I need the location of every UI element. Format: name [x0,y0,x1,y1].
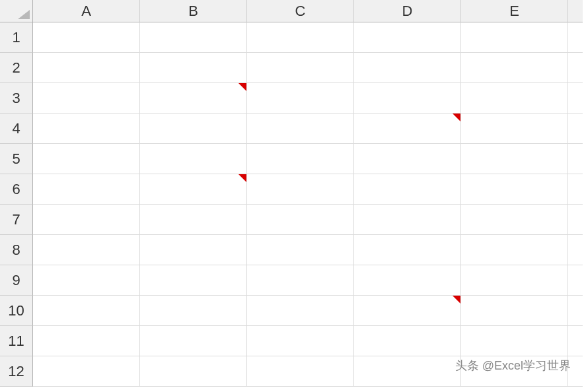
cell-partial-6 [568,174,583,205]
cell-c12[interactable] [247,356,354,387]
cell-c5[interactable] [247,144,354,174]
cell-a3[interactable] [33,83,140,114]
row-header-9[interactable]: 9 [0,265,33,296]
cell-d4[interactable] [354,114,461,144]
row-header-1[interactable]: 1 [0,22,33,53]
cell-partial-1 [568,22,583,53]
cell-a4[interactable] [33,114,140,144]
cell-d5[interactable] [354,144,461,174]
cell-c9[interactable] [247,265,354,296]
cell-c3[interactable] [247,83,354,114]
cell-e5[interactable] [461,144,568,174]
comment-indicator-icon[interactable] [453,296,460,304]
cell-c6[interactable] [247,174,354,205]
cell-b2[interactable] [140,53,247,83]
cell-d1[interactable] [354,22,461,53]
row-header-6[interactable]: 6 [0,174,33,205]
cell-partial-9 [568,265,583,296]
cell-partial-3 [568,83,583,114]
cell-a8[interactable] [33,235,140,265]
cell-b10[interactable] [140,296,247,326]
cell-b11[interactable] [140,326,247,356]
cell-e3[interactable] [461,83,568,114]
cell-c7[interactable] [247,205,354,235]
cell-b4[interactable] [140,114,247,144]
column-header-b[interactable]: B [140,0,247,22]
cell-partial-4 [568,114,583,144]
cell-d3[interactable] [354,83,461,114]
cell-c10[interactable] [247,296,354,326]
cell-a1[interactable] [33,22,140,53]
cell-a12[interactable] [33,356,140,387]
cell-d8[interactable] [354,235,461,265]
row-header-12[interactable]: 12 [0,356,33,387]
cell-d2[interactable] [354,53,461,83]
row-header-4[interactable]: 4 [0,114,33,144]
column-header-d[interactable]: D [354,0,461,22]
cell-d10[interactable] [354,296,461,326]
column-header-partial [568,0,583,22]
cell-b12[interactable] [140,356,247,387]
column-header-c[interactable]: C [247,0,354,22]
cell-b1[interactable] [140,22,247,53]
cell-d7[interactable] [354,205,461,235]
cell-c8[interactable] [247,235,354,265]
cell-d11[interactable] [354,326,461,356]
cell-e8[interactable] [461,235,568,265]
cell-e1[interactable] [461,22,568,53]
cell-b8[interactable] [140,235,247,265]
cell-partial-12 [568,356,583,387]
cell-partial-10 [568,296,583,326]
row-header-5[interactable]: 5 [0,144,33,174]
cell-b6[interactable] [140,174,247,205]
cell-d12[interactable] [354,356,461,387]
cell-a5[interactable] [33,144,140,174]
cell-e7[interactable] [461,205,568,235]
cell-a6[interactable] [33,174,140,205]
cell-c4[interactable] [247,114,354,144]
comment-indicator-icon[interactable] [453,114,460,121]
cell-e2[interactable] [461,53,568,83]
spreadsheet-grid: A B C D E 1 2 3 4 5 6 7 8 [0,0,584,387]
cell-b3[interactable] [140,83,247,114]
cell-a7[interactable] [33,205,140,235]
cell-partial-2 [568,53,583,83]
row-header-2[interactable]: 2 [0,53,33,83]
comment-indicator-icon[interactable] [238,174,246,182]
cell-a11[interactable] [33,326,140,356]
cell-partial-8 [568,235,583,265]
cell-e12[interactable] [461,356,568,387]
cell-e9[interactable] [461,265,568,296]
cell-e10[interactable] [461,296,568,326]
column-header-e[interactable]: E [461,0,568,22]
cell-b7[interactable] [140,205,247,235]
cell-c1[interactable] [247,22,354,53]
cell-partial-5 [568,144,583,174]
cell-c11[interactable] [247,326,354,356]
cell-partial-7 [568,205,583,235]
row-header-7[interactable]: 7 [0,205,33,235]
cell-b5[interactable] [140,144,247,174]
row-header-3[interactable]: 3 [0,83,33,114]
cell-d9[interactable] [354,265,461,296]
cell-c2[interactable] [247,53,354,83]
cell-partial-11 [568,326,583,356]
cell-a2[interactable] [33,53,140,83]
row-header-10[interactable]: 10 [0,296,33,326]
row-header-11[interactable]: 11 [0,326,33,356]
row-header-8[interactable]: 8 [0,235,33,265]
column-header-a[interactable]: A [33,0,140,22]
cell-d6[interactable] [354,174,461,205]
select-all-corner[interactable] [0,0,33,22]
cell-e11[interactable] [461,326,568,356]
cell-b9[interactable] [140,265,247,296]
cell-e6[interactable] [461,174,568,205]
comment-indicator-icon[interactable] [238,83,246,91]
cell-a9[interactable] [33,265,140,296]
cell-a10[interactable] [33,296,140,326]
cell-e4[interactable] [461,114,568,144]
